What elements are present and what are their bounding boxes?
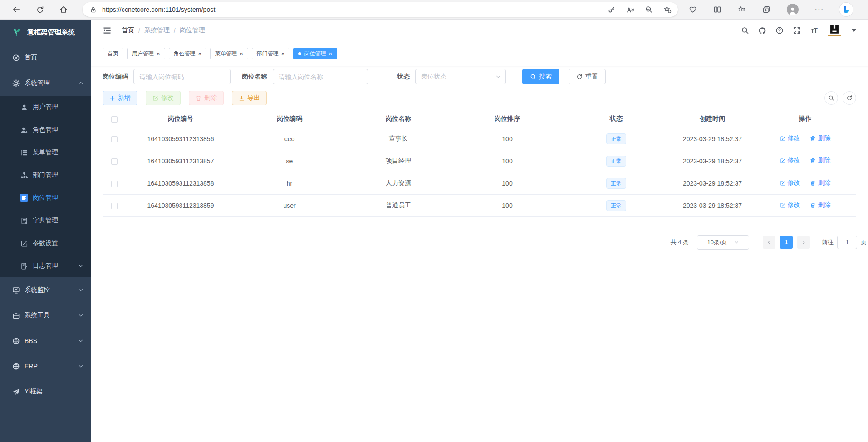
address-bar[interactable]: https://ccnetcore.com:1101/system/post bbox=[83, 2, 678, 17]
delete-button-disabled[interactable]: 删除 bbox=[189, 91, 224, 105]
browser-menu-ellipsis-icon[interactable]: ⋯ bbox=[815, 5, 823, 14]
table-search-toggle-icon[interactable] bbox=[824, 91, 838, 105]
sidebar-item-menu-management[interactable]: 菜单管理 bbox=[0, 141, 91, 164]
app-logo: 意框架管理系统 bbox=[0, 20, 91, 45]
search-button[interactable]: 搜索 bbox=[522, 69, 559, 84]
browser-essentials-icon[interactable] bbox=[689, 5, 697, 14]
tab-role-management[interactable]: 角色管理 × bbox=[169, 48, 207, 59]
delete-row-button[interactable]: 删除 bbox=[810, 134, 830, 142]
read-aloud-icon[interactable] bbox=[626, 5, 634, 14]
goto-page-input[interactable] bbox=[837, 236, 857, 249]
tab-close-icon[interactable]: × bbox=[198, 51, 202, 57]
page-size-select[interactable]: 10条/页 bbox=[697, 235, 749, 250]
table-refresh-icon[interactable] bbox=[843, 91, 856, 105]
prev-page-button[interactable] bbox=[763, 236, 775, 249]
sidebar-item-dictionary-management[interactable]: 字典管理 bbox=[0, 209, 91, 232]
sidebar-item-system-tools[interactable]: 系统工具 bbox=[0, 303, 91, 328]
help-icon[interactable] bbox=[775, 26, 784, 34]
edit-row-button[interactable]: 修改 bbox=[780, 134, 800, 142]
browser-chrome: https://ccnetcore.com:1101/system/post bbox=[0, 0, 868, 20]
sidebar-item-post-management[interactable]: 岗位管理 bbox=[0, 187, 91, 209]
breadcrumb-home[interactable]: 首页 bbox=[122, 26, 134, 34]
row-checkbox[interactable] bbox=[111, 203, 118, 209]
sidebar-item-log-management[interactable]: 日志管理 bbox=[0, 255, 91, 277]
cell-post-code: hr bbox=[235, 172, 344, 194]
tab-close-icon[interactable]: × bbox=[157, 51, 160, 57]
fullscreen-icon[interactable] bbox=[793, 26, 801, 34]
delete-row-button[interactable]: 删除 bbox=[810, 201, 830, 209]
header-search-icon[interactable] bbox=[741, 26, 749, 34]
edit-row-button[interactable]: 修改 bbox=[780, 201, 800, 209]
table-row[interactable]: 1641030593112313859 user 普通员工 100 正常 202… bbox=[103, 194, 856, 216]
sidebar-item-role-management[interactable]: 角色管理 bbox=[0, 118, 91, 141]
collections-icon[interactable] bbox=[762, 5, 770, 14]
sidebar-item-erp[interactable]: ERP bbox=[0, 354, 91, 379]
col-post-name: 岗位名称 bbox=[344, 110, 453, 128]
sidebar-item-user-management[interactable]: 用户管理 bbox=[0, 96, 91, 118]
post-table: 岗位编号 岗位编码 岗位名称 岗位排序 状态 创建时间 操作 164103059… bbox=[103, 110, 856, 217]
split-screen-icon[interactable] bbox=[713, 5, 721, 14]
url-text[interactable]: https://ccnetcore.com:1101/system/post bbox=[102, 6, 215, 13]
table-row[interactable]: 1641030593112313857 se 项目经理 100 正常 2023-… bbox=[103, 150, 856, 172]
tab-home[interactable]: 首页 bbox=[103, 48, 123, 59]
tab-menu-management[interactable]: 菜单管理 × bbox=[210, 48, 248, 59]
avatar-dropdown-caret-icon[interactable] bbox=[852, 29, 856, 32]
tab-post-management[interactable]: 岗位管理 × bbox=[293, 48, 337, 59]
cell-created-time: 2023-03-29 18:52:37 bbox=[671, 172, 754, 194]
text-size-icon[interactable]: тT bbox=[810, 26, 818, 34]
row-checkbox[interactable] bbox=[111, 136, 118, 142]
sidebar-item-home[interactable]: 首页 bbox=[0, 45, 91, 70]
github-icon[interactable] bbox=[758, 26, 766, 34]
tab-user-management[interactable]: 用户管理 × bbox=[127, 48, 165, 59]
add-favorite-icon[interactable] bbox=[663, 5, 672, 14]
sidebar-item-system-monitoring[interactable]: 系统监控 bbox=[0, 277, 91, 303]
table-row[interactable]: 1641030593112313858 hr 人力资源 100 正常 2023-… bbox=[103, 172, 856, 194]
edit-button-disabled[interactable]: 修改 bbox=[146, 91, 181, 105]
zoom-out-icon[interactable] bbox=[645, 5, 653, 14]
export-button[interactable]: 导出 bbox=[232, 91, 267, 105]
sidebar-item-parameter-settings[interactable]: 参数设置 bbox=[0, 232, 91, 255]
user-avatar[interactable] bbox=[827, 24, 842, 37]
browser-profile-avatar[interactable] bbox=[787, 4, 799, 15]
post-name-input[interactable] bbox=[273, 69, 368, 84]
bing-copilot-icon[interactable] bbox=[839, 3, 853, 16]
select-all-checkbox[interactable] bbox=[111, 116, 118, 123]
edit-row-button[interactable]: 修改 bbox=[780, 157, 800, 165]
add-button[interactable]: 新增 bbox=[103, 91, 137, 105]
sidebar-item-bbs[interactable]: BBS bbox=[0, 328, 91, 354]
cell-post-id: 1641030593112313857 bbox=[126, 150, 235, 172]
tab-close-icon[interactable]: × bbox=[329, 51, 332, 57]
status-select[interactable]: 岗位状态 bbox=[415, 69, 506, 84]
breadcrumb-system[interactable]: 系统管理 bbox=[144, 26, 170, 34]
sidebar-item-department-management[interactable]: 部门管理 bbox=[0, 164, 91, 187]
browser-refresh-button[interactable] bbox=[33, 2, 47, 17]
tab-close-icon[interactable]: × bbox=[281, 51, 285, 57]
table-row[interactable]: 1641030593112313856 ceo 董事长 100 正常 2023-… bbox=[103, 128, 856, 150]
delete-row-button[interactable]: 删除 bbox=[810, 179, 830, 187]
next-page-button[interactable] bbox=[797, 236, 810, 249]
browser-home-button[interactable] bbox=[56, 2, 71, 17]
sidebar-collapse-icon[interactable] bbox=[103, 26, 112, 35]
row-checkbox[interactable] bbox=[111, 158, 118, 165]
sidebar-item-label: BBS bbox=[25, 337, 37, 344]
cell-post-sort: 100 bbox=[453, 128, 562, 150]
tab-department-management[interactable]: 部门管理 × bbox=[252, 48, 290, 59]
row-checkbox[interactable] bbox=[111, 181, 118, 187]
delete-row-button[interactable]: 删除 bbox=[810, 157, 830, 165]
password-key-icon[interactable] bbox=[608, 5, 616, 14]
sidebar-item-system-management[interactable]: 系统管理 bbox=[0, 70, 91, 96]
post-code-input[interactable] bbox=[133, 69, 231, 84]
cell-post-name: 人力资源 bbox=[344, 172, 453, 194]
sidebar-item-label: 首页 bbox=[25, 54, 37, 62]
edit-row-button[interactable]: 修改 bbox=[780, 179, 800, 187]
favorites-bar-icon[interactable] bbox=[738, 5, 746, 14]
reset-button[interactable]: 重置 bbox=[569, 69, 606, 84]
tab-close-icon[interactable]: × bbox=[240, 51, 243, 57]
browser-back-button[interactable] bbox=[9, 2, 24, 17]
dashboard-icon bbox=[12, 54, 20, 62]
cell-created-time: 2023-03-29 18:52:37 bbox=[671, 128, 754, 150]
sidebar-item-label: 系统监控 bbox=[25, 286, 50, 294]
sidebar-item-yi-framework[interactable]: Yi框架 bbox=[0, 379, 91, 404]
sidebar-item-label: 系统工具 bbox=[25, 311, 50, 319]
page-number-button[interactable]: 1 bbox=[780, 236, 793, 249]
